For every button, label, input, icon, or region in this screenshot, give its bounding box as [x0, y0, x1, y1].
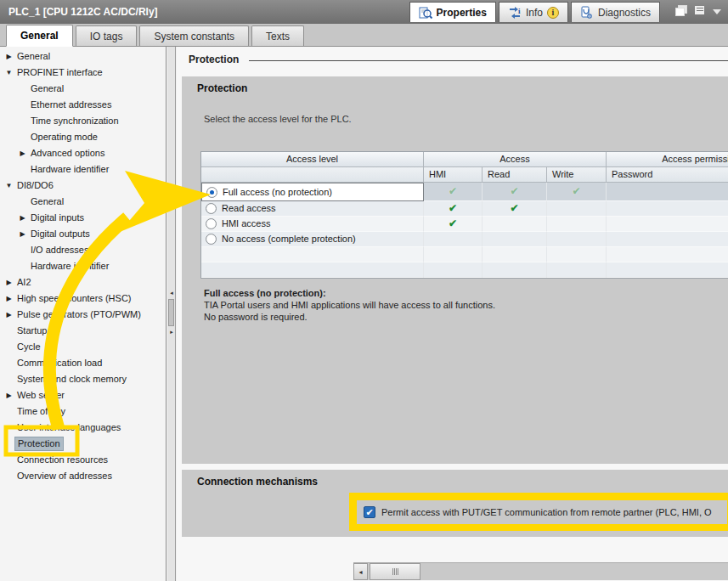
- sidebar-item-protection[interactable]: Protection: [0, 436, 166, 452]
- access-cell-write: [547, 201, 607, 217]
- sidebar-item-overview-of-addresses[interactable]: Overview of addresses: [0, 468, 166, 484]
- sidebar-item-web-server[interactable]: ▶Web server: [0, 387, 166, 403]
- column-header-access-permission[interactable]: Access permission: [607, 152, 728, 167]
- chevron-down-icon[interactable]: ▼: [3, 178, 14, 194]
- access-level-row-read-access[interactable]: Read access✔✔: [201, 201, 728, 217]
- sidebar-item-startup[interactable]: Startup: [0, 323, 166, 339]
- tab-system-constants[interactable]: System constants: [139, 25, 249, 46]
- access-level-label: No access (complete protection): [222, 232, 356, 246]
- sidebar-item-user-interface-languages[interactable]: User interface languages: [0, 420, 166, 436]
- chevron-right-icon[interactable]: ▶: [3, 387, 14, 403]
- chevron-right-icon[interactable]: ▶: [3, 48, 14, 65]
- sidebar-item-ethernet-addresses[interactable]: Ethernet addresses: [0, 97, 166, 113]
- access-level-cell[interactable]: HMI access: [201, 217, 424, 232]
- access-cell-read: [483, 217, 547, 232]
- sidebar-item-di8-do6[interactable]: ▼DI8/DO6: [0, 178, 166, 194]
- sidebar-item-advanced-options[interactable]: ▶Advanced options: [0, 145, 166, 161]
- horizontal-scrollbar[interactable]: ◂ ▸: [353, 562, 728, 580]
- scrollbar-thumb[interactable]: [370, 563, 420, 580]
- sidebar-item-cycle[interactable]: Cycle: [0, 339, 166, 355]
- sidebar-item-label: Protection: [14, 437, 64, 451]
- sidebar-item-time-of-day[interactable]: Time of day: [0, 403, 166, 420]
- tab-info[interactable]: i Info i: [499, 2, 568, 22]
- check-icon: ✔: [483, 201, 546, 216]
- sidebar-item-general[interactable]: General: [0, 194, 166, 210]
- radio-no-access-complete-protection[interactable]: [206, 234, 217, 245]
- sidebar-item-hardware-identifier[interactable]: Hardware identifier: [0, 161, 166, 178]
- content-area: Protection Protection Select the access …: [177, 47, 728, 581]
- sidebar-item-operating-mode[interactable]: Operating mode: [0, 129, 166, 145]
- sidebar-item-label: General: [28, 82, 66, 95]
- chevron-right-icon[interactable]: ▶: [3, 307, 14, 323]
- splitter-collapse-left-icon[interactable]: ◂: [168, 290, 175, 296]
- splitter-collapse-right-icon[interactable]: ▸: [168, 329, 175, 336]
- sidebar-item-communication-load[interactable]: Communication load: [0, 355, 166, 371]
- sidebar-item-label: Digital inputs: [28, 212, 87, 224]
- access-cell-read: ✔: [483, 201, 547, 217]
- access-level-cell[interactable]: Read access: [201, 201, 424, 217]
- scroll-left-icon[interactable]: ◂: [353, 563, 368, 580]
- chevron-right-icon[interactable]: ▶: [17, 226, 28, 242]
- tab-diagnostics[interactable]: Diagnostics: [571, 2, 660, 22]
- sidebar-item-high-speed-counters-hsc[interactable]: ▶High speed counters (HSC): [0, 290, 166, 307]
- scrollbar-track[interactable]: [420, 563, 728, 580]
- collapse-chevron-icon[interactable]: [713, 9, 721, 14]
- info-icon: i: [508, 6, 522, 20]
- putget-checkbox[interactable]: ✔: [364, 506, 375, 518]
- access-level-row-hmi-access[interactable]: HMI access✔: [201, 217, 728, 232]
- check-icon: ✔: [424, 201, 482, 216]
- password-cell[interactable]: [607, 201, 728, 217]
- list-view-icon[interactable]: [694, 5, 706, 15]
- tab-io-tags[interactable]: IO tags: [76, 25, 138, 46]
- sidebar-item-system-and-clock-memory[interactable]: System and clock memory: [0, 371, 166, 387]
- pane-splitter[interactable]: ◂ ▸: [167, 47, 176, 581]
- splitter-thumb[interactable]: [168, 299, 174, 326]
- tab-texts[interactable]: Texts: [251, 25, 304, 46]
- password-cell[interactable]: [607, 232, 728, 247]
- access-level-label: Full access (no protection): [223, 183, 332, 201]
- tab-properties-label: Properties: [437, 7, 487, 19]
- sidebar-item-hardware-identifier[interactable]: Hardware identifier: [0, 258, 166, 274]
- sub-header-password[interactable]: Password: [607, 167, 728, 183]
- sub-header-read[interactable]: Read: [483, 167, 547, 183]
- access-level-cell[interactable]: No access (complete protection): [201, 232, 424, 247]
- sidebar-item-label: Cycle: [14, 341, 43, 353]
- navigation-tree: ▶General▼PROFINET interfaceGeneralEthern…: [0, 47, 166, 581]
- column-header-access[interactable]: Access: [424, 152, 607, 167]
- sub-header-hmi[interactable]: HMI: [424, 167, 483, 183]
- check-icon: ✔: [547, 183, 606, 200]
- column-header-access-level[interactable]: Access level: [201, 152, 424, 167]
- radio-full-access-no-protection[interactable]: [206, 187, 217, 198]
- sidebar-item-general[interactable]: General: [0, 81, 166, 97]
- title-rule: [249, 60, 728, 61]
- password-cell[interactable]: [607, 217, 728, 232]
- sidebar-item-ai2[interactable]: ▶AI2: [0, 274, 166, 290]
- sidebar-item-pulse-generators-pto-pwm[interactable]: ▶Pulse generators (PTO/PWM): [0, 307, 166, 323]
- sidebar-item-general[interactable]: ▶General: [0, 48, 166, 65]
- float-window-icon[interactable]: [675, 5, 687, 15]
- chevron-right-icon[interactable]: ▶: [17, 145, 28, 161]
- chevron-right-icon[interactable]: ▶: [17, 210, 28, 226]
- tab-properties[interactable]: Properties: [409, 2, 496, 22]
- sidebar-item-profinet-interface[interactable]: ▼PROFINET interface: [0, 65, 166, 81]
- access-level-row-no-access-complete-protection[interactable]: No access (complete protection): [201, 232, 728, 247]
- sidebar-item-i-o-addresses[interactable]: I/O addresses: [0, 242, 166, 258]
- chevron-down-icon[interactable]: ▼: [3, 65, 14, 81]
- sidebar-item-connection-resources[interactable]: Connection resources: [0, 452, 166, 468]
- tab-general[interactable]: General: [6, 25, 73, 47]
- chevron-right-icon[interactable]: ▶: [3, 290, 14, 307]
- sub-header-write[interactable]: Write: [547, 167, 607, 183]
- sidebar-item-label: Hardware identifier: [28, 260, 111, 273]
- sidebar-item-digital-inputs[interactable]: ▶Digital inputs: [0, 210, 166, 226]
- password-cell[interactable]: [607, 183, 728, 201]
- sidebar-item-digital-outputs[interactable]: ▶Digital outputs: [0, 226, 166, 242]
- sidebar-item-time-synchronization[interactable]: Time synchronization: [0, 113, 166, 129]
- chevron-right-icon[interactable]: ▶: [3, 274, 14, 290]
- access-level-row-full-access-no-protection[interactable]: Full access (no protection)✔✔✔: [201, 183, 728, 201]
- sidebar-item-label: Hardware identifier: [28, 163, 111, 176]
- radio-read-access[interactable]: [206, 203, 217, 214]
- empty-cell: [483, 262, 547, 278]
- access-level-cell[interactable]: Full access (no protection): [201, 183, 424, 201]
- radio-hmi-access[interactable]: [206, 218, 217, 229]
- empty-cell: [607, 247, 728, 262]
